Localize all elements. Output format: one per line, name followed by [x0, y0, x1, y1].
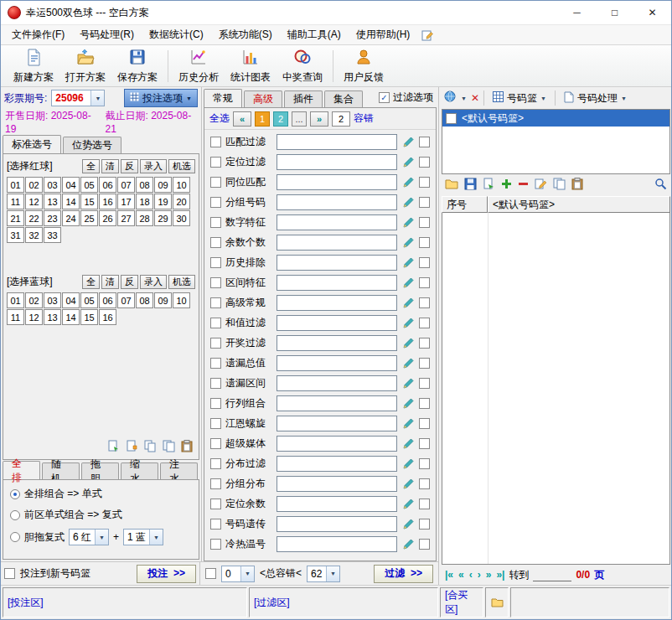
filter-value-input[interactable]	[277, 375, 397, 391]
filter-value-input[interactable]	[277, 436, 397, 452]
copy-icon[interactable]	[553, 178, 566, 194]
basket-checkbox[interactable]	[446, 113, 457, 124]
stats-chart-button[interactable]: 统计图表	[225, 47, 277, 85]
issue-dropdown-arrow[interactable]: ▼	[90, 90, 104, 106]
blue-ball[interactable]: 06	[99, 292, 116, 308]
filter-enable-checkbox[interactable]	[210, 458, 221, 469]
dan-red-select[interactable]: 6 红 ▼	[69, 529, 109, 545]
maximize-button[interactable]: □	[596, 1, 633, 24]
red-ball[interactable]: 04	[62, 177, 80, 193]
filter-enable-checkbox[interactable]	[210, 137, 221, 147]
edit-pencil-icon[interactable]	[401, 477, 415, 490]
tab-set-filters[interactable]: 集合	[324, 90, 363, 107]
tab-drag-dan[interactable]: 拖胆	[81, 462, 119, 479]
filter-reverse-checkbox[interactable]	[419, 519, 430, 530]
min-tolerance-select[interactable]: 0 ▼	[221, 566, 255, 582]
menu-item[interactable]: 系统功能(S)	[211, 25, 280, 44]
tab-shrink[interactable]: 缩水	[121, 462, 158, 479]
page-2-button[interactable]: 2	[273, 111, 288, 127]
filter-enable-checkbox[interactable]	[210, 499, 221, 509]
filter-reverse-checkbox[interactable]	[419, 378, 430, 389]
filter-reverse-checkbox[interactable]	[419, 297, 430, 308]
red-ball[interactable]: 18	[136, 194, 153, 209]
filter-value-input[interactable]	[277, 174, 397, 190]
issue-select[interactable]: 25096 ▼	[51, 90, 105, 106]
column-header-index[interactable]: 序号	[442, 196, 488, 213]
max-tolerance-select[interactable]: 62 ▼	[307, 566, 340, 582]
edit-icon[interactable]	[535, 178, 547, 194]
page-1-button[interactable]: 1	[255, 111, 270, 127]
red-ball[interactable]: 10	[173, 177, 190, 193]
basket-menu-button[interactable]: 号码篮 ▼	[488, 90, 551, 106]
blue-ball[interactable]: 09	[154, 292, 172, 308]
filter-value-input[interactable]	[277, 295, 397, 311]
tolerance-value-box[interactable]: 2	[332, 111, 350, 127]
filter-value-input[interactable]	[277, 315, 397, 331]
filter-value-input[interactable]	[277, 355, 397, 371]
export-icon[interactable]	[483, 178, 495, 194]
next-page-button[interactable]: »	[310, 111, 328, 127]
filter-enable-checkbox[interactable]	[210, 398, 221, 409]
blue-ball[interactable]: 12	[25, 309, 43, 325]
filter-reverse-checkbox[interactable]	[419, 197, 430, 208]
pager-button[interactable]: ›	[478, 569, 481, 581]
filter-reverse-checkbox[interactable]	[419, 358, 430, 369]
pager-button[interactable]: «	[458, 569, 464, 581]
filter-enable-checkbox[interactable]	[210, 277, 221, 288]
red-ball[interactable]: 12	[25, 194, 43, 209]
open-plan-button[interactable]: 打开方案	[59, 47, 111, 85]
basket-list-item-selected[interactable]: <默认号码篮>	[442, 110, 669, 127]
filter-enable-checkbox[interactable]	[210, 519, 221, 530]
filter-reverse-checkbox[interactable]	[419, 539, 430, 550]
edit-pencil-icon[interactable]	[401, 517, 415, 530]
filter-value-input[interactable]	[277, 255, 397, 271]
red-ball[interactable]: 24	[62, 210, 80, 226]
edit-pencil-icon[interactable]	[401, 215, 415, 229]
minimize-button[interactable]: ─	[558, 1, 596, 24]
filter-enable-checkbox[interactable]	[210, 478, 221, 489]
menu-item[interactable]: 辅助工具(A)	[280, 25, 349, 44]
red-ball[interactable]: 30	[173, 210, 190, 226]
pager-button[interactable]: »	[486, 569, 492, 581]
red-ball[interactable]: 22	[25, 210, 43, 226]
red-ball[interactable]: 32	[25, 227, 43, 243]
red-ball[interactable]: 19	[154, 194, 172, 209]
blue-ball[interactable]: 04	[62, 292, 80, 308]
filter-enable-checkbox[interactable]	[210, 358, 221, 369]
edit-pencil-icon[interactable]	[401, 437, 415, 450]
red-ball[interactable]: 08	[136, 177, 153, 193]
goto-page-input[interactable]	[533, 568, 571, 581]
blue-ball[interactable]: 02	[25, 292, 43, 308]
close-button[interactable]: ✕	[633, 1, 671, 24]
filter-enable-checkbox[interactable]	[210, 378, 221, 389]
edit-pencil-icon[interactable]	[401, 416, 415, 430]
red-ball[interactable]: 13	[44, 194, 61, 209]
total-tolerance-checkbox[interactable]	[205, 568, 216, 579]
filter-value-input[interactable]	[277, 536, 397, 552]
filter-value-input[interactable]	[277, 335, 397, 351]
tab-full-combination[interactable]: 全排	[3, 461, 40, 479]
red-ball[interactable]: 16	[99, 194, 116, 209]
edit-pencil-icon[interactable]	[401, 175, 415, 189]
blue-ball-tool-button[interactable]: 机选	[168, 275, 195, 289]
filter-reverse-checkbox[interactable]	[419, 478, 430, 489]
blue-ball-tool-button[interactable]: 反	[121, 275, 138, 289]
new-plan-button[interactable]: 新建方案	[8, 47, 59, 85]
feedback-button[interactable]: 用户反馈	[338, 47, 390, 85]
tab-plugin-filters[interactable]: 插件	[284, 90, 323, 107]
filter-enable-checkbox[interactable]	[210, 237, 221, 248]
filter-reverse-checkbox[interactable]	[419, 177, 430, 188]
more-pages-button[interactable]: ...	[292, 111, 307, 127]
basket-table-body[interactable]	[442, 213, 670, 565]
blue-ball-tool-button[interactable]: 录入	[140, 275, 167, 289]
edit-pencil-icon[interactable]	[401, 537, 415, 550]
filter-reverse-checkbox[interactable]	[419, 257, 430, 268]
filter-reverse-checkbox[interactable]	[419, 338, 430, 349]
paste-icon[interactable]	[181, 440, 194, 456]
copy-icon[interactable]	[163, 440, 175, 456]
edit-pencil-icon[interactable]	[401, 135, 415, 148]
filter-value-input[interactable]	[277, 235, 397, 251]
open-folder-icon[interactable]	[445, 178, 458, 193]
refresh-dropdown-arrow[interactable]: ▼	[461, 96, 467, 101]
dan-blue-select[interactable]: 1 蓝 ▼	[123, 529, 163, 545]
